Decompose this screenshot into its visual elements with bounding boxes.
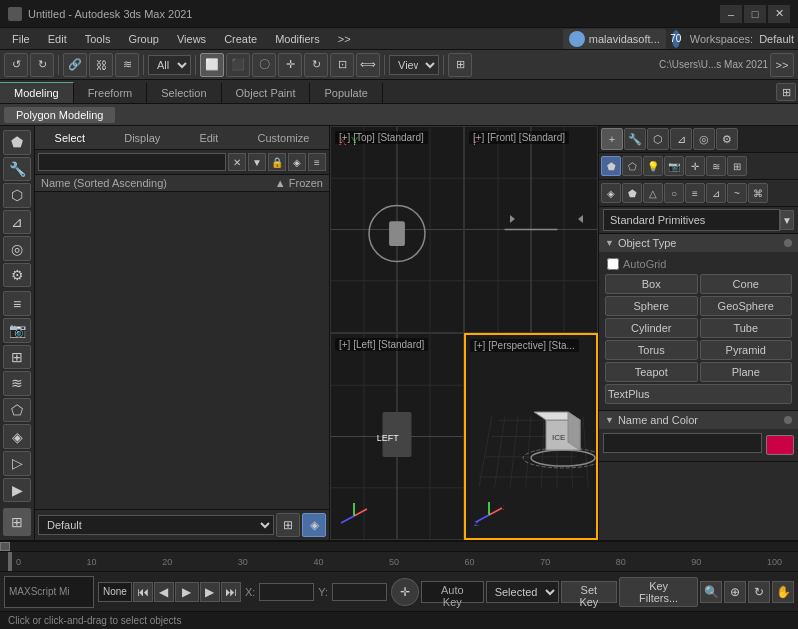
timeline-bar[interactable]: 0 10 20 30 40 50 60 70 80 90 100 xyxy=(0,551,798,571)
cone-button[interactable]: Cone xyxy=(700,274,793,294)
layer-options-button[interactable]: ⊞ xyxy=(276,513,300,537)
track-view-icon[interactable]: ≋ xyxy=(3,371,31,396)
play-button[interactable]: ▶ xyxy=(175,582,199,602)
object-name-input[interactable] xyxy=(603,433,762,453)
y-coord-input[interactable] xyxy=(332,583,387,601)
modify-icon[interactable]: 🔧 xyxy=(3,157,31,182)
render-icon[interactable]: ▷ xyxy=(3,451,31,476)
snap-button[interactable]: ⊞ xyxy=(448,53,472,77)
menu-create[interactable]: Create xyxy=(216,31,265,47)
torus-button[interactable]: Torus xyxy=(605,340,698,360)
primitive-type-display[interactable]: Standard Primitives xyxy=(603,209,780,231)
orbit-button[interactable]: ↻ xyxy=(748,581,770,603)
menu-file[interactable]: File xyxy=(4,31,38,47)
rp-utilities-tab[interactable]: ⚙ xyxy=(716,128,738,150)
rp-shape-icon[interactable]: ⬠ xyxy=(622,156,642,176)
menu-more[interactable]: >> xyxy=(330,31,359,47)
play-icon[interactable]: ▶ xyxy=(3,478,31,503)
expand-button[interactable]: ≡ xyxy=(308,153,326,171)
box-button[interactable]: Box xyxy=(605,274,698,294)
rp-spacewarp-icon[interactable]: ≋ xyxy=(706,156,726,176)
create-icon[interactable]: ⬟ xyxy=(3,130,31,155)
menu-modifiers[interactable]: Modifiers xyxy=(267,31,328,47)
undo-button[interactable]: ↺ xyxy=(4,53,28,77)
viewport-perspective[interactable]: ICE [+] [Perspective] [Sta... X Y Z xyxy=(464,333,598,540)
tab-modeling[interactable]: Modeling xyxy=(0,82,74,103)
sp-tab-customize[interactable]: Customize xyxy=(251,130,315,146)
rp-hierarchy-tab[interactable]: ⬡ xyxy=(647,128,669,150)
rp-create-tab[interactable]: + xyxy=(601,128,623,150)
rp-camera-icon[interactable]: 📷 xyxy=(664,156,684,176)
key-filters-button[interactable]: Key Filters... xyxy=(619,577,698,607)
prev-key-button[interactable]: ◀ xyxy=(154,582,174,602)
selected-select[interactable]: Selected xyxy=(486,581,559,603)
rp-icon-d[interactable]: ○ xyxy=(664,183,684,203)
rp-motion-tab[interactable]: ⊿ xyxy=(670,128,692,150)
rp-helper-icon[interactable]: ✛ xyxy=(685,156,705,176)
selection-filter[interactable]: All xyxy=(148,55,191,75)
highlight-button[interactable]: ◈ xyxy=(288,153,306,171)
select-region-button[interactable]: ⬛ xyxy=(226,53,250,77)
tab-options-button[interactable]: ⊞ xyxy=(776,83,796,101)
tab-selection[interactable]: Selection xyxy=(147,83,221,103)
rp-icon-h[interactable]: ⌘ xyxy=(748,183,768,203)
pan-button[interactable]: ✛ xyxy=(391,578,419,606)
path-button[interactable]: >> xyxy=(770,53,794,77)
notification-badge[interactable]: 70 xyxy=(672,30,680,48)
mirror-button[interactable]: ⟺ xyxy=(356,53,380,77)
rp-icon-c[interactable]: △ xyxy=(643,183,663,203)
rp-geometry-icon[interactable]: ⬟ xyxy=(601,156,621,176)
teapot-button[interactable]: Teapot xyxy=(605,362,698,382)
sphere-button[interactable]: Sphere xyxy=(605,296,698,316)
rp-icon-a[interactable]: ◈ xyxy=(601,183,621,203)
camera-icon[interactable]: 📷 xyxy=(3,318,31,343)
hierarchy-icon[interactable]: ⬡ xyxy=(3,183,31,208)
sp-tab-display[interactable]: Display xyxy=(118,130,166,146)
workspace-name[interactable]: Default xyxy=(759,33,794,45)
menu-views[interactable]: Views xyxy=(169,31,214,47)
display-icon[interactable]: ◎ xyxy=(3,236,31,261)
move-button[interactable]: ✛ xyxy=(278,53,302,77)
link-button[interactable]: 🔗 xyxy=(63,53,87,77)
pyramid-button[interactable]: Pyramid xyxy=(700,340,793,360)
rp-icon-f[interactable]: ⊿ xyxy=(706,183,726,203)
layer-select[interactable]: Default xyxy=(38,515,274,535)
rp-display-tab[interactable]: ◎ xyxy=(693,128,715,150)
cylinder-button[interactable]: Cylinder xyxy=(605,318,698,338)
material-editor-icon[interactable]: ◈ xyxy=(3,424,31,449)
tab-freeform[interactable]: Freeform xyxy=(74,83,148,103)
viewport-left[interactable]: LEFT [+] [Left] [Standard] xyxy=(330,333,464,540)
search-clear-button[interactable]: ✕ xyxy=(228,153,246,171)
name-color-header[interactable]: ▼ Name and Color xyxy=(599,411,798,429)
rp-modify-tab[interactable]: 🔧 xyxy=(624,128,646,150)
autogrid-checkbox[interactable] xyxy=(607,258,619,270)
geosphere-button[interactable]: GeoSphere xyxy=(700,296,793,316)
scene-explorer-icon[interactable]: ≡ xyxy=(3,291,31,316)
x-coord-input[interactable] xyxy=(259,583,314,601)
unlink-button[interactable]: ⛓ xyxy=(89,53,113,77)
grid-view-icon[interactable]: ⊞ xyxy=(3,508,31,536)
sub-tab-polygon-modeling[interactable]: Polygon Modeling xyxy=(4,107,115,123)
sp-tab-edit[interactable]: Edit xyxy=(193,130,224,146)
plane-button[interactable]: Plane xyxy=(700,362,793,382)
layer-icon[interactable]: ⊞ xyxy=(3,345,31,370)
next-frame-button[interactable]: ⏭ xyxy=(221,582,241,602)
bind-button[interactable]: ≋ xyxy=(115,53,139,77)
view-select[interactable]: View xyxy=(389,55,439,75)
rp-icon-b[interactable]: ⬟ xyxy=(622,183,642,203)
viewport-top[interactable]: X Y [+] [Top] [Standard] xyxy=(330,126,464,333)
tab-object-paint[interactable]: Object Paint xyxy=(222,83,311,103)
auto-key-button[interactable]: Auto Key xyxy=(421,581,484,603)
rotate-button[interactable]: ↻ xyxy=(304,53,328,77)
motion-icon[interactable]: ⊿ xyxy=(3,210,31,235)
search-filter-button[interactable]: ▼ xyxy=(248,153,266,171)
scrubber-bar[interactable] xyxy=(0,541,798,551)
textplus-button[interactable]: TextPlus xyxy=(605,384,792,404)
user-profile[interactable]: malavidasoft... xyxy=(563,29,666,49)
scale-button[interactable]: ⊡ xyxy=(330,53,354,77)
set-key-button[interactable]: Set Key xyxy=(561,581,617,603)
zoom-button[interactable]: ⊕ xyxy=(724,581,746,603)
utilities-icon[interactable]: ⚙ xyxy=(3,263,31,288)
close-button[interactable]: ✕ xyxy=(768,5,790,23)
menu-group[interactable]: Group xyxy=(120,31,167,47)
